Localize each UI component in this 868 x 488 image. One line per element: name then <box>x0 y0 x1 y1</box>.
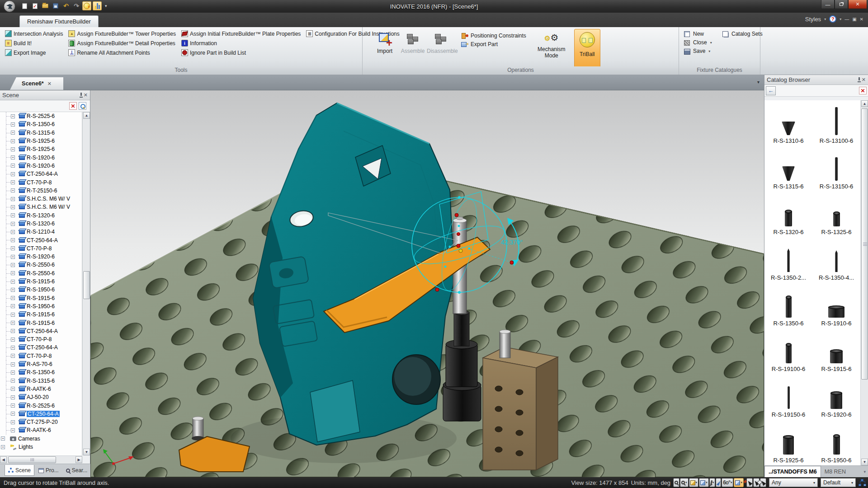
tree-item[interactable]: + CT-275-P-20 <box>0 418 82 426</box>
expand-icon[interactable]: + <box>11 172 15 176</box>
document-minimize-button[interactable]: — <box>844 17 849 22</box>
expand-icon[interactable]: + <box>11 280 15 284</box>
export-part-button[interactable]: Export Part <box>461 41 526 47</box>
tree-item[interactable]: + R-S-1915-6 <box>0 277 82 286</box>
expand-icon[interactable]: + <box>11 371 15 375</box>
tree-item[interactable]: + R-AATK-6 <box>0 385 82 393</box>
zoom-fit-button[interactable] <box>673 478 679 487</box>
expand-icon[interactable]: + <box>11 395 15 399</box>
tree-item[interactable]: + R-S-1915-6 <box>0 319 82 327</box>
positioning-constraints-button[interactable]: Positioning Constraints <box>461 33 526 39</box>
scene-tree-vertical-scrollbar[interactable]: ▲ ▼ <box>82 112 90 455</box>
tool-button[interactable]: Assign FixtureBuilder™ Detail Properties <box>66 38 178 48</box>
document-tab-scene6[interactable]: Scene6* ✕ <box>10 77 63 90</box>
tab-properties[interactable]: Pro... <box>35 465 62 476</box>
view-settings-button[interactable]: 6o°▾ <box>722 478 733 487</box>
tree-item[interactable]: + R-S-1915-6 <box>0 294 82 302</box>
expand-icon[interactable]: + <box>11 147 15 151</box>
catalog-item[interactable]: R-S-1910-6 <box>812 283 860 328</box>
document-close-button[interactable]: ✕ <box>860 17 863 22</box>
tree-item[interactable]: + CT-70-P-8 <box>0 335 82 343</box>
expand-icon[interactable]: + <box>11 114 15 118</box>
expand-icon[interactable]: + <box>11 188 15 192</box>
catalog-item[interactable]: R-S-1920-6 <box>812 374 860 420</box>
assemble-button[interactable]: Assemble <box>399 29 427 54</box>
pin-icon[interactable] <box>857 77 862 82</box>
catalog-sets-button[interactable]: Catalog Sets <box>722 31 763 37</box>
tree-item-lights[interactable]: +Lights <box>0 443 82 451</box>
tree-item[interactable]: + R-S-1950-6 <box>0 286 82 294</box>
walk-mode-button[interactable]: ▾ <box>709 478 716 487</box>
scrollbar-thumb[interactable] <box>83 271 90 299</box>
tree-item[interactable]: + R-S-2525-6 <box>0 112 82 120</box>
scene-panel-close-icon[interactable]: ✕ <box>84 92 88 98</box>
tab-m8-ren[interactable]: M8 REN <box>821 466 849 477</box>
select-box-button[interactable] <box>760 478 766 487</box>
import-part-button[interactable]: Import <box>371 29 399 54</box>
scroll-down-arrow[interactable]: ▼ <box>83 449 90 455</box>
pin-icon[interactable] <box>79 93 84 98</box>
expand-icon[interactable]: + <box>11 420 15 424</box>
catalog-item[interactable]: R-S-1350-4... <box>812 237 860 283</box>
expand-icon[interactable]: + <box>11 329 15 333</box>
tree-item[interactable]: + CT-70-P-8 <box>0 244 82 253</box>
tree-item[interactable]: + R-S-2525-6 <box>0 401 82 409</box>
selection-filter-dropdown[interactable]: Any ▾ <box>769 478 818 487</box>
expand-icon[interactable]: + <box>11 288 15 292</box>
catalog-item[interactable]: R-S-1350-6 <box>764 283 812 328</box>
triball-button[interactable]: TriBall <box>574 29 600 70</box>
3d-viewport[interactable]: 42.370° <box>90 90 764 477</box>
scroll-up-arrow[interactable]: ▲ <box>861 100 868 107</box>
zoom-mode-button[interactable]: ▾ <box>680 478 689 487</box>
tree-item[interactable]: + S.H.C.S. M6 W/ V <box>0 195 82 203</box>
tool-button[interactable]: Assign FixtureBuilder™ Tower Properties <box>66 29 178 38</box>
tree-item[interactable]: + R-S-1925-6 <box>0 137 82 145</box>
expand-icon[interactable]: + <box>11 304 15 308</box>
scroll-up-arrow[interactable]: ▲ <box>83 112 90 119</box>
tree-item[interactable]: + R-S-1950-6 <box>0 302 82 310</box>
expand-icon[interactable]: + <box>11 362 15 366</box>
expand-icon[interactable]: + <box>11 246 15 250</box>
close-button[interactable]: ✕ <box>848 0 867 9</box>
expand-icon[interactable]: + <box>11 428 15 432</box>
expand-icon[interactable]: + <box>1 445 5 449</box>
select-flag-button[interactable] <box>746 478 753 487</box>
render-style-dropdown[interactable]: Default ▾ <box>821 478 856 487</box>
expand-icon[interactable]: + <box>11 139 15 143</box>
expand-icon[interactable]: + <box>11 338 15 342</box>
expand-icon[interactable]: + <box>11 122 15 127</box>
catalog-vertical-scrollbar[interactable]: ▲ ▼ <box>860 100 868 465</box>
tool-button[interactable]: Rename All Attachment Points <box>66 48 178 57</box>
expand-icon[interactable]: + <box>11 197 15 201</box>
tree-item[interactable]: + CT-70-P-8 <box>0 352 82 360</box>
help-dropdown-arrow[interactable]: ▾ <box>840 17 841 21</box>
tree-item[interactable]: + R-S-1350-6 <box>0 120 82 128</box>
catalog-item[interactable]: R-S-1315-6 <box>764 146 812 192</box>
ribbon-tab-renishaw-fixturebuilder[interactable]: Renishaw FixtureBuilder <box>19 15 99 27</box>
expand-icon[interactable]: + <box>11 404 15 408</box>
catalog-back-button[interactable]: ← <box>766 86 776 95</box>
tree-item[interactable]: + R-T-25150-6 <box>0 187 82 195</box>
styles-menu[interactable]: Styles <box>805 16 821 23</box>
tree-item[interactable]: + CT-250-64-A <box>0 236 82 244</box>
catalog-item[interactable]: R-S-1950-6 <box>812 420 860 465</box>
expand-icon[interactable]: + <box>11 296 15 300</box>
expand-icon[interactable]: + <box>11 222 15 226</box>
catalog-delete-button[interactable]: ✕ <box>859 87 867 94</box>
tree-item[interactable]: + R-AS-70-6 <box>0 360 82 368</box>
catalog-item[interactable]: R-S-1925-6 <box>764 420 812 465</box>
tree-item-cameras[interactable]: +Cameras <box>0 435 82 443</box>
expand-icon[interactable]: + <box>11 213 15 217</box>
catalog-close-button[interactable]: Close ▾ <box>684 39 760 46</box>
view-cube-button[interactable]: ▾ <box>699 478 709 487</box>
tree-item[interactable]: + R-AATK-6 <box>0 426 82 434</box>
expand-icon[interactable]: + <box>11 313 15 317</box>
expand-icon[interactable]: + <box>11 321 15 325</box>
catalog-item[interactable]: R-S-1915-6 <box>812 328 860 374</box>
catalog-item[interactable]: R-S-1310-6 <box>764 100 812 146</box>
expand-icon[interactable]: + <box>11 346 15 350</box>
tool-button[interactable]: Ignore Part in Build List <box>179 48 303 57</box>
tree-item[interactable]: + CT-70-P-8 <box>0 178 82 186</box>
hierarchy-icon[interactable] <box>859 479 866 486</box>
help-icon[interactable]: ? <box>829 15 836 23</box>
